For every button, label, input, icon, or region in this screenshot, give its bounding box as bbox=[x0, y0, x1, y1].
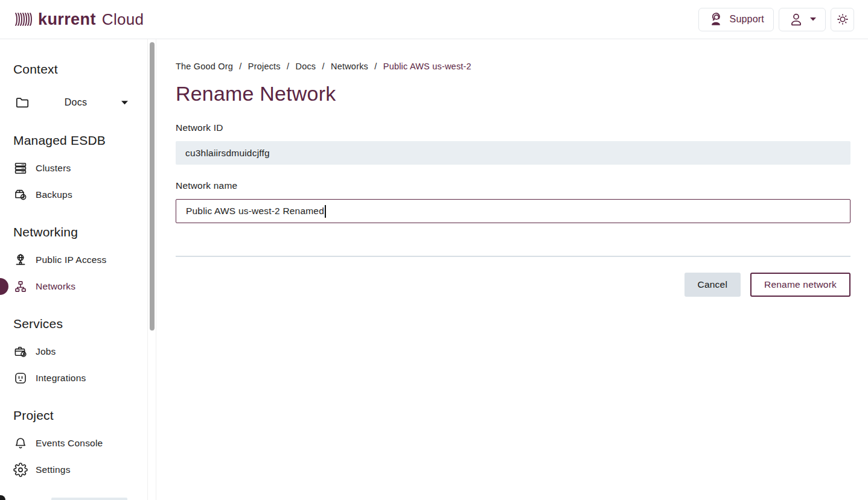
network-name-label: Network name bbox=[176, 180, 850, 191]
backups-icon bbox=[13, 188, 28, 202]
sidebar-scrollbar-track bbox=[147, 39, 156, 500]
sidebar-heading: Project bbox=[13, 408, 134, 423]
sidebar-scrollbar-thumb[interactable] bbox=[150, 42, 155, 331]
sidebar: Context Docs Managed ESDB bbox=[0, 39, 147, 500]
breadcrumb-item-networks[interactable]: Networks bbox=[331, 62, 368, 71]
form-actions: Cancel Rename network bbox=[176, 273, 850, 297]
bell-icon bbox=[13, 436, 28, 451]
briefcase-clock-icon bbox=[13, 344, 28, 359]
sidebar-item-networks[interactable]: Networks bbox=[13, 279, 134, 294]
sun-icon bbox=[835, 12, 850, 27]
sidebar-heading-context: Context bbox=[13, 62, 134, 77]
sidebar-item-label: Clusters bbox=[36, 163, 71, 174]
sidebar-item-clusters[interactable]: Clusters bbox=[13, 161, 134, 176]
clusters-icon bbox=[13, 161, 28, 176]
sidebar-item-label: Settings bbox=[36, 464, 71, 475]
cancel-button[interactable]: Cancel bbox=[685, 273, 741, 297]
user-menu-button[interactable] bbox=[779, 8, 826, 31]
sidebar-cutoff-element bbox=[51, 498, 127, 500]
rename-network-button[interactable]: Rename network bbox=[750, 273, 850, 297]
content-divider bbox=[176, 256, 850, 257]
breadcrumb-item-docs[interactable]: Docs bbox=[295, 62, 316, 71]
sidebar-item-public-ip-access[interactable]: Public IP Access bbox=[13, 253, 134, 267]
sidebar-item-events-console[interactable]: Events Console bbox=[13, 436, 134, 451]
brand-logo[interactable]: kurrent Cloud bbox=[14, 10, 144, 28]
sidebar-section-services: Services Jobs bbox=[13, 317, 134, 385]
sidebar-heading: Networking bbox=[13, 225, 134, 239]
kurrent-waves-logo-icon bbox=[14, 10, 33, 28]
support-button-label: Support bbox=[730, 14, 764, 25]
sidebar-item-label: Backups bbox=[36, 189, 72, 200]
sidebar-item-settings[interactable]: Settings bbox=[13, 463, 134, 477]
breadcrumb-item-org[interactable]: The Good Org bbox=[176, 62, 233, 71]
gear-icon bbox=[13, 463, 28, 477]
context-selector[interactable]: Docs bbox=[14, 95, 128, 110]
page-title: Rename Network bbox=[176, 80, 850, 107]
text-cursor bbox=[325, 205, 326, 218]
breadcrumb: The Good Org / Projects / Docs / Network… bbox=[176, 62, 850, 71]
sidebar-item-jobs[interactable]: Jobs bbox=[13, 344, 134, 359]
sidebar-cutoff-icon-fragment bbox=[0, 495, 5, 500]
active-item-marker bbox=[0, 278, 8, 295]
headset-person-icon bbox=[708, 11, 724, 27]
breadcrumb-item-projects[interactable]: Projects bbox=[248, 62, 281, 71]
sidebar-item-label: Events Console bbox=[36, 438, 103, 449]
context-selector-value: Docs bbox=[30, 97, 121, 108]
network-name-input[interactable]: Public AWS us-west-2 Renamed bbox=[176, 199, 850, 223]
app-header: kurrent Cloud Support bbox=[0, 0, 868, 39]
sidebar-section-project: Project Events Console bbox=[13, 408, 134, 477]
folder-icon bbox=[14, 95, 30, 110]
outlet-icon bbox=[13, 371, 28, 385]
breadcrumb-separator: / bbox=[239, 62, 241, 71]
theme-toggle-button[interactable] bbox=[831, 8, 854, 31]
breadcrumb-separator: / bbox=[374, 62, 377, 71]
sidebar-heading: Services bbox=[13, 317, 134, 331]
sidebar-item-backups[interactable]: Backups bbox=[13, 188, 134, 202]
breadcrumb-current: Public AWS us-west-2 bbox=[383, 62, 471, 71]
network-id-label: Network ID bbox=[176, 122, 850, 133]
sidebar-item-integrations[interactable]: Integrations bbox=[13, 371, 134, 385]
sidebar-item-label: Networks bbox=[36, 281, 75, 292]
brand-suffix: Cloud bbox=[102, 11, 144, 27]
chevron-down-icon bbox=[810, 17, 816, 21]
support-button[interactable]: Support bbox=[698, 8, 774, 31]
sidebar-section-managed-esdb: Managed ESDB bbox=[13, 133, 134, 202]
main-content: The Good Org / Projects / Docs / Network… bbox=[156, 39, 868, 500]
breadcrumb-separator: / bbox=[287, 62, 289, 71]
public-ip-globe-icon bbox=[13, 253, 28, 267]
sidebar-item-label: Integrations bbox=[36, 373, 86, 384]
user-icon bbox=[788, 11, 804, 27]
sidebar-item-label: Jobs bbox=[36, 346, 56, 357]
breadcrumb-separator: / bbox=[322, 62, 325, 71]
chevron-down-icon bbox=[121, 101, 128, 105]
network-name-value: Public AWS us-west-2 Renamed bbox=[186, 206, 324, 217]
sidebar-item-label: Public IP Access bbox=[36, 255, 107, 265]
network-hierarchy-icon bbox=[13, 279, 28, 294]
sidebar-section-networking: Networking Public IP Access bbox=[13, 225, 134, 294]
network-id-value: cu3hlaiirsdmuidcjffg bbox=[185, 148, 270, 159]
brand-name: kurrent bbox=[38, 11, 96, 28]
network-id-field: cu3hlaiirsdmuidcjffg bbox=[176, 141, 850, 165]
sidebar-heading: Managed ESDB bbox=[13, 133, 134, 148]
